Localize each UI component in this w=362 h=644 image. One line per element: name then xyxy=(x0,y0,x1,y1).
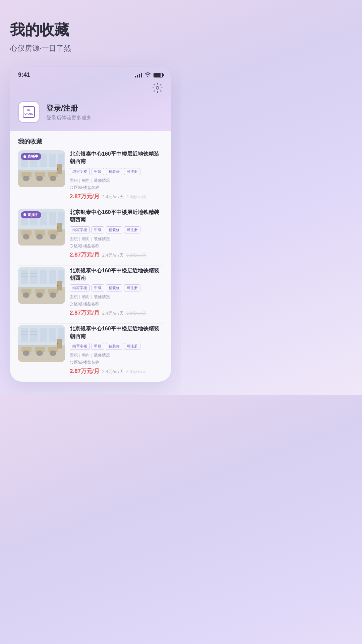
property-price-row: 2.87万元/月 2.4元/㎡/天 3.0元/㎡/天 xyxy=(70,251,163,259)
live-label: 直播中 xyxy=(27,212,39,217)
location-text: 区域·楼盘名称 xyxy=(74,301,99,307)
price-old: 3.0元/㎡/天 xyxy=(126,194,146,200)
property-info: 北京银泰中心160平中楼层近地铁精装朝西南 纯写字楼甲级精装修可注册 面积｜朝向… xyxy=(70,267,163,317)
svg-point-21 xyxy=(57,168,58,170)
property-image: 直播中 xyxy=(18,209,65,246)
property-tag: 精装修 xyxy=(106,168,122,175)
property-tag: 纯写字楼 xyxy=(70,226,90,233)
svg-point-42 xyxy=(57,227,58,228)
property-tag: 精装修 xyxy=(106,343,122,350)
location-icon xyxy=(70,244,73,248)
property-price-row: 2.87万元/月 2.4元/㎡/天 3.0元/㎡/天 xyxy=(70,309,163,317)
svg-point-84 xyxy=(57,343,58,344)
live-dot xyxy=(23,155,26,158)
property-image xyxy=(18,325,65,362)
outer-page: 我的收藏 心仪房源·一目了然 9:41 xyxy=(0,0,181,395)
list-item[interactable]: 直播中 北京银泰中心160平中楼层近地铁精装朝西南 纯写字楼甲级精装修可注册 面… xyxy=(10,209,171,265)
svg-rect-48 xyxy=(40,270,47,284)
price-main: 2.87万元/月 xyxy=(70,251,100,259)
property-meta: 面积｜朝向｜装修情况 xyxy=(70,236,163,242)
property-location: 区域·楼盘名称 xyxy=(70,185,163,191)
profile-login-text: 登录/注册 xyxy=(46,103,92,113)
list-item[interactable]: 直播中 北京银泰中心160平中楼层近地铁精装朝西南 纯写字楼甲级精装修可注册 面… xyxy=(10,150,171,207)
tags-row: 纯写字楼甲级精装修可注册 xyxy=(70,284,163,291)
svg-point-38 xyxy=(23,234,29,239)
svg-rect-28 xyxy=(49,212,56,225)
price-old: 3.0元/㎡/天 xyxy=(126,369,146,375)
svg-point-40 xyxy=(50,234,56,239)
svg-point-59 xyxy=(23,292,29,298)
property-location: 区域·楼盘名称 xyxy=(70,360,163,365)
tags-row: 纯写字楼甲级精装修可注册 xyxy=(70,168,163,175)
svg-point-80 xyxy=(23,351,29,356)
profile-row[interactable]: IN UANG 登录/注册 登录后体验更多服务 xyxy=(10,96,171,131)
property-title: 北京银泰中心160平中楼层近地铁精装朝西南 xyxy=(70,209,163,224)
property-tag: 精装修 xyxy=(106,226,122,233)
section-title: 我的收藏 xyxy=(10,131,171,150)
svg-point-81 xyxy=(36,351,43,356)
property-tag: 甲级 xyxy=(92,284,104,291)
status-icons xyxy=(135,72,163,78)
property-tag: 纯写字楼 xyxy=(70,343,90,350)
settings-row xyxy=(10,81,171,96)
price-per: 2.4元/㎡/天 xyxy=(102,194,124,200)
location-icon xyxy=(70,186,73,189)
location-text: 区域·楼盘名称 xyxy=(74,185,99,191)
property-image: 直播中 xyxy=(18,150,65,187)
svg-point-39 xyxy=(36,234,43,239)
svg-rect-68 xyxy=(30,328,38,342)
signal-icon xyxy=(135,73,142,77)
svg-point-63 xyxy=(57,285,58,286)
property-tag: 甲级 xyxy=(92,226,104,233)
property-tag: 纯写字楼 xyxy=(70,168,90,175)
page-title: 我的收藏 xyxy=(10,20,171,40)
svg-rect-69 xyxy=(40,328,47,342)
property-tag: 纯写字楼 xyxy=(70,284,90,291)
price-main: 2.87万元/月 xyxy=(70,309,100,317)
price-per: 2.4元/㎡/天 xyxy=(102,310,124,316)
property-price-row: 2.87万元/月 2.4元/㎡/天 3.0元/㎡/天 xyxy=(70,367,163,375)
divider xyxy=(18,323,163,324)
tags-row: 纯写字楼甲级精装修可注册 xyxy=(70,343,163,350)
list-item[interactable]: 北京银泰中心160平中楼层近地铁精装朝西南 纯写字楼甲级精装修可注册 面积｜朝向… xyxy=(10,267,171,324)
profile-desc-text: 登录后体验更多服务 xyxy=(46,115,92,121)
property-location: 区域·楼盘名称 xyxy=(70,301,163,307)
property-info: 北京银泰中心160平中楼层近地铁精装朝西南 纯写字楼甲级精装修可注册 面积｜朝向… xyxy=(70,150,163,200)
price-old: 3.0元/㎡/天 xyxy=(126,311,146,316)
status-bar: 9:41 xyxy=(10,67,171,81)
property-title: 北京银泰中心160平中楼层近地铁精装朝西南 xyxy=(70,150,163,165)
location-text: 区域·楼盘名称 xyxy=(74,243,99,249)
svg-point-19 xyxy=(50,176,56,181)
property-tag: 可注册 xyxy=(124,226,140,233)
page-subtitle: 心仪房源·一目了然 xyxy=(10,43,171,53)
location-icon xyxy=(70,303,73,306)
list-item[interactable]: 北京银泰中心160平中楼层近地铁精装朝西南 纯写字楼甲级精装修可注册 面积｜朝向… xyxy=(10,325,171,382)
live-badge: 直播中 xyxy=(21,153,41,160)
price-per: 2.4元/㎡/天 xyxy=(102,252,124,258)
price-old: 3.0元/㎡/天 xyxy=(126,253,146,258)
property-tag: 可注册 xyxy=(124,284,140,291)
property-meta: 面积｜朝向｜装修情况 xyxy=(70,353,163,358)
price-main: 2.87万元/月 xyxy=(70,367,100,375)
property-title: 北京银泰中心160平中楼层近地铁精装朝西南 xyxy=(70,267,163,282)
svg-point-17 xyxy=(23,176,29,181)
profile-info: 登录/注册 登录后体验更多服务 xyxy=(46,103,92,121)
svg-rect-47 xyxy=(30,270,38,284)
live-label: 直播中 xyxy=(27,154,39,159)
location-text: 区域·楼盘名称 xyxy=(74,360,99,365)
price-per: 2.4元/㎡/天 xyxy=(102,369,124,375)
property-list: 直播中 北京银泰中心160平中楼层近地铁精装朝西南 纯写字楼甲级精装修可注册 面… xyxy=(10,150,171,382)
live-dot xyxy=(23,213,26,216)
svg-rect-70 xyxy=(49,328,56,342)
property-tag: 可注册 xyxy=(124,343,140,350)
wifi-icon xyxy=(145,72,151,78)
property-image xyxy=(18,267,65,304)
property-info: 北京银泰中心160平中楼层近地铁精装朝西南 纯写字楼甲级精装修可注册 面积｜朝向… xyxy=(70,209,163,259)
svg-rect-49 xyxy=(49,270,56,284)
property-tag: 甲级 xyxy=(92,343,104,350)
avatar: IN UANG xyxy=(18,101,40,123)
settings-icon[interactable] xyxy=(152,83,163,93)
svg-rect-7 xyxy=(49,154,56,167)
divider xyxy=(18,265,163,266)
svg-rect-67 xyxy=(21,328,28,342)
